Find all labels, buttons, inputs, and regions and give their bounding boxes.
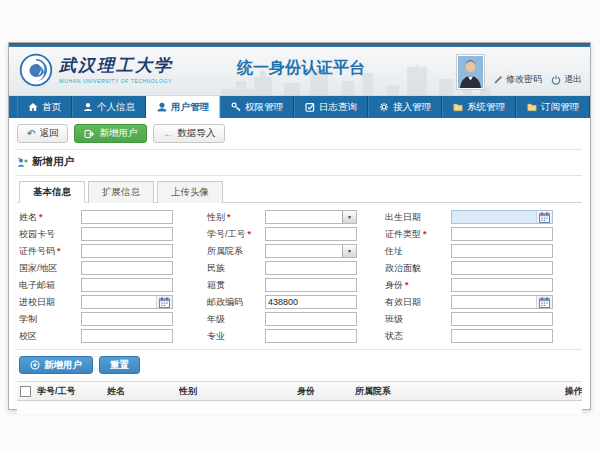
valid-date-input[interactable] xyxy=(452,296,536,308)
reset-button[interactable]: 重置 xyxy=(99,356,140,374)
country-region-input[interactable] xyxy=(82,262,172,274)
calendar-icon[interactable] xyxy=(156,296,172,308)
name-input[interactable] xyxy=(82,211,172,223)
change-password-link[interactable]: 修改密码 xyxy=(494,73,542,86)
dropdown-arrow-icon[interactable]: ▼ xyxy=(342,245,356,257)
grade-label: 年级 xyxy=(207,313,265,326)
user-avatar[interactable] xyxy=(456,54,485,90)
class-label: 班级 xyxy=(385,313,451,326)
email-input[interactable] xyxy=(82,279,172,291)
back-button-label: 返回 xyxy=(39,127,58,140)
page-content: ↶ 返回 新增用户 ← 数据导入 新增用户 基本信息 扩展信息 上传头像 xyxy=(9,124,590,414)
nav-tab-user-management[interactable]: 用户管理 xyxy=(146,96,220,118)
campus-input[interactable] xyxy=(82,330,172,342)
form-row: 证件号码* 所属院系▼ 住址 xyxy=(19,244,582,258)
nav-tab-label: 个人信息 xyxy=(97,101,135,114)
tab-upload-avatar[interactable]: 上传头像 xyxy=(157,181,223,203)
data-import-label: 数据导入 xyxy=(177,127,215,140)
school-system-input[interactable] xyxy=(82,313,172,325)
calendar-icon[interactable] xyxy=(536,211,552,223)
col-operation: 操作 xyxy=(565,385,582,398)
pencil-icon xyxy=(494,75,503,84)
nav-tab-system-management[interactable]: 系统管理 xyxy=(442,96,516,118)
email-label: 电子邮箱 xyxy=(19,279,81,292)
identity-input[interactable] xyxy=(452,279,552,291)
select-all-checkbox[interactable] xyxy=(20,386,31,397)
political-status-input[interactable] xyxy=(452,262,552,274)
nav-tab-label: 系统管理 xyxy=(467,101,505,114)
valid-date-label: 有效日期 xyxy=(385,296,451,309)
department-select[interactable] xyxy=(266,245,342,257)
postal-code-input[interactable] xyxy=(266,296,356,308)
divider xyxy=(17,349,582,350)
key-icon xyxy=(231,102,241,112)
nav-tab-log-query[interactable]: 日志查询 xyxy=(294,96,368,118)
back-button[interactable]: ↶ 返回 xyxy=(17,124,68,143)
student-id-label: 学号/工号* xyxy=(207,228,265,241)
user-icon xyxy=(157,102,167,112)
section-header: 新增用户 xyxy=(17,155,582,169)
form-row: 学制 年级 班级 xyxy=(19,312,582,326)
nav-tab-personal-info[interactable]: 个人信息 xyxy=(72,96,146,118)
tab-extended-info[interactable]: 扩展信息 xyxy=(88,181,154,203)
add-user-submit-button[interactable]: 新增用户 xyxy=(19,356,93,374)
platform-title: 统一身份认证平台 xyxy=(237,58,365,79)
status-input[interactable] xyxy=(452,330,552,342)
gender-select[interactable] xyxy=(266,211,342,223)
tab-basic-info[interactable]: 基本信息 xyxy=(19,181,85,203)
plus-circle-icon xyxy=(30,360,40,370)
id-number-input[interactable] xyxy=(82,245,172,257)
birth-date-input[interactable] xyxy=(452,211,536,223)
form-tabstrip: 基本信息 扩展信息 上传头像 xyxy=(17,181,582,203)
toolbar: ↶ 返回 新增用户 ← 数据导入 xyxy=(17,124,582,143)
address-label: 住址 xyxy=(385,245,451,258)
user-icon xyxy=(83,102,93,112)
major-label: 专业 xyxy=(207,330,265,343)
logout-label: 退出 xyxy=(564,73,582,86)
major-input[interactable] xyxy=(266,330,356,342)
nav-tab-permission-management[interactable]: 权限管理 xyxy=(220,96,294,118)
class-input[interactable] xyxy=(452,313,552,325)
form-row: 校区 专业 状态 xyxy=(19,329,582,343)
enrollment-date-input[interactable] xyxy=(82,296,156,308)
folder-icon xyxy=(453,102,463,112)
add-user-form: 姓名* 性别*▼ 出生日期 校园卡号 学号/工号* 证件类型* 证件号码* 所属… xyxy=(17,210,582,343)
section-title: 新增用户 xyxy=(32,155,74,169)
col-gender: 性别 xyxy=(179,385,297,398)
id-type-input[interactable] xyxy=(452,228,552,240)
folder-icon xyxy=(527,102,537,112)
identity-label: 身份* xyxy=(385,279,451,292)
power-icon xyxy=(551,75,561,85)
calendar-icon[interactable] xyxy=(536,296,552,308)
nav-tab-label: 日志查询 xyxy=(319,101,357,114)
logout-link[interactable]: 退出 xyxy=(551,73,582,86)
nav-tab-subscription-management[interactable]: 订阅管理 xyxy=(516,96,590,118)
department-label: 所属院系 xyxy=(207,245,265,258)
postal-code-label: 邮政编码 xyxy=(207,296,265,309)
header-user-area: 修改密码 退出 xyxy=(456,54,582,90)
add-user-toolbar-button[interactable]: 新增用户 xyxy=(74,124,147,143)
ethnicity-input[interactable] xyxy=(266,262,356,274)
nav-tab-access-management[interactable]: 接入管理 xyxy=(368,96,442,118)
nav-tab-label: 权限管理 xyxy=(245,101,283,114)
add-user-toolbar-label: 新增用户 xyxy=(99,127,137,140)
campus-card-input[interactable] xyxy=(82,228,172,240)
form-row: 校园卡号 学号/工号* 证件类型* xyxy=(19,227,582,241)
nav-tab-home[interactable]: 首页 xyxy=(17,96,72,118)
nav-tab-label: 首页 xyxy=(42,101,61,114)
native-place-input[interactable] xyxy=(266,279,356,291)
reset-label: 重置 xyxy=(110,359,129,372)
student-id-input[interactable] xyxy=(266,228,356,240)
ethnicity-label: 民族 xyxy=(207,262,265,275)
nav-tab-label: 接入管理 xyxy=(393,101,431,114)
university-logo xyxy=(19,53,53,91)
table-empty-row xyxy=(17,401,582,414)
dropdown-arrow-icon[interactable]: ▼ xyxy=(342,211,356,223)
address-input[interactable] xyxy=(452,245,552,257)
form-row: 国家/地区 民族 政治面貌 xyxy=(19,261,582,275)
data-import-button[interactable]: ← 数据导入 xyxy=(153,124,225,143)
grade-input[interactable] xyxy=(266,313,356,325)
form-row: 进校日期 邮政编码 有效日期 xyxy=(19,295,582,309)
divider xyxy=(17,175,582,176)
form-row: 电子邮箱 籍贯 身份* xyxy=(19,278,582,292)
